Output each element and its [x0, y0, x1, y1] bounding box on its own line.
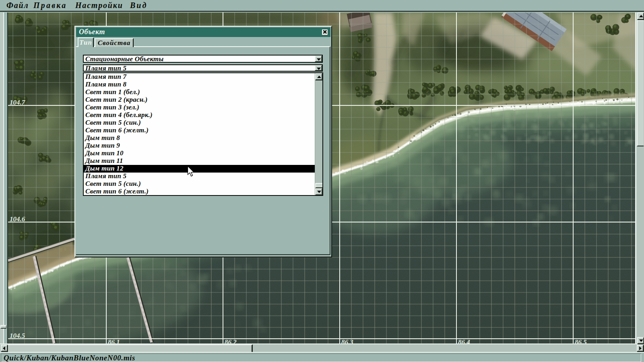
svg-text:86.1: 86.1 [108, 338, 120, 343]
svg-text:104.6: 104.6 [10, 215, 25, 223]
svg-text:86.5: 86.5 [575, 338, 587, 343]
svg-text:104.5: 104.5 [10, 332, 25, 339]
svg-text:86.3: 86.3 [341, 338, 353, 343]
svg-text:86.2: 86.2 [225, 338, 237, 343]
svg-text:86.4: 86.4 [458, 338, 470, 343]
svg-text:104.7: 104.7 [10, 99, 26, 106]
